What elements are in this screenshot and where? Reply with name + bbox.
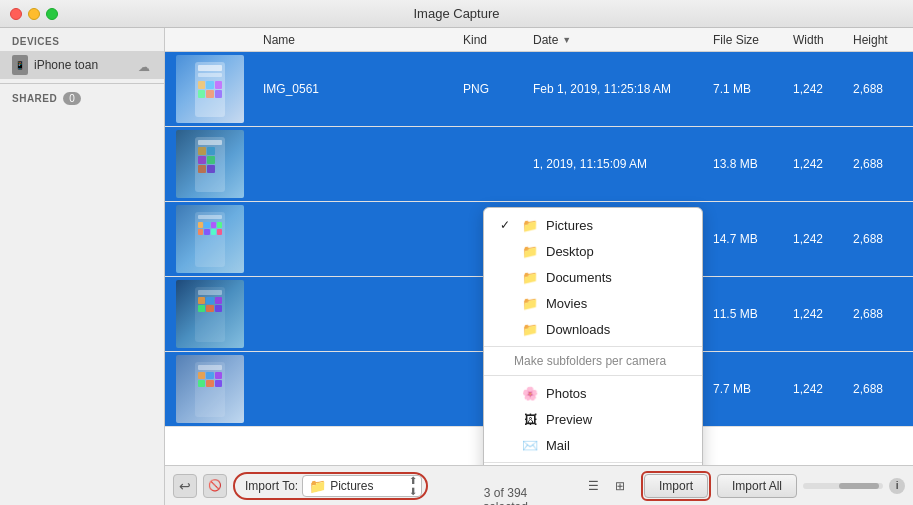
preview-icon: 🖼 xyxy=(522,411,538,427)
sidebar-divider xyxy=(0,83,164,84)
file-kind: PNG xyxy=(463,82,533,96)
menu-item-movies[interactable]: 📁 Movies xyxy=(484,290,702,316)
shared-badge: 0 xyxy=(63,92,81,105)
file-width: 1,242 xyxy=(793,382,853,396)
file-height: 2,688 xyxy=(853,382,913,396)
thumbnail xyxy=(176,205,244,273)
folder-icon: 📁 xyxy=(522,321,538,337)
window-title: Image Capture xyxy=(414,6,500,21)
dropdown-arrow: ⬆⬇ xyxy=(409,475,417,497)
menu-separator xyxy=(484,346,702,347)
scroll-track[interactable] xyxy=(803,483,883,489)
thumbnail-cell xyxy=(165,351,255,427)
file-date: 1, 2019, 11:15:09 AM xyxy=(533,157,713,171)
import-to-dropdown[interactable]: ✓ 📁 Pictures ✓ 📁 Desktop 📁 Documents 📁 xyxy=(483,207,703,465)
col-width-header[interactable]: Width xyxy=(793,33,853,47)
file-height: 2,688 xyxy=(853,157,913,171)
thumbnail-cell xyxy=(165,126,255,202)
sidebar-item-iphone[interactable]: 📱 iPhone toan ☁ xyxy=(0,51,164,79)
bottom-bar: ↩ 🚫 Import To: 📁 Pictures ⬆⬇ 3 of 394 se… xyxy=(165,465,913,505)
thumbnail xyxy=(176,280,244,348)
menu-item-mail[interactable]: ✉️ Mail xyxy=(484,432,702,458)
menu-item-pictures[interactable]: ✓ 📁 Pictures xyxy=(484,212,702,238)
menu-item-desktop[interactable]: ✓ 📁 Desktop xyxy=(484,238,702,264)
file-width: 1,242 xyxy=(793,232,853,246)
menu-item-label: Photos xyxy=(546,386,586,401)
menu-item-label: Documents xyxy=(546,270,612,285)
thumbnail-cell xyxy=(165,52,255,127)
file-list: IMG_0561 PNG Feb 1, 2019, 11:25:18 AM 7.… xyxy=(165,52,913,465)
menu-item-photos[interactable]: 🌸 Photos xyxy=(484,380,702,406)
zoom-button[interactable] xyxy=(46,8,58,20)
import-button-highlight: Import xyxy=(641,471,711,501)
menu-item-label: Desktop xyxy=(546,244,594,259)
main-content: Name Kind Date ▼ File Size Width Height xyxy=(165,28,913,505)
devices-section-header: DEVICES xyxy=(0,28,164,51)
list-view-button[interactable]: ☰ xyxy=(583,477,605,495)
app-body: DEVICES 📱 iPhone toan ☁ SHARED 0 Name Ki… xyxy=(0,28,913,505)
thumbnail xyxy=(176,55,244,123)
file-width: 1,242 xyxy=(793,307,853,321)
check-mark: ✓ xyxy=(500,218,514,232)
date-sort-arrow: ▼ xyxy=(562,35,571,45)
menu-item-label: Pictures xyxy=(546,218,593,233)
file-height: 2,688 xyxy=(853,232,913,246)
import-buttons: Import Import All xyxy=(641,471,797,501)
close-button[interactable] xyxy=(10,8,22,20)
folder-icon: 📁 xyxy=(309,478,326,494)
col-name-header[interactable]: Name xyxy=(255,33,463,47)
file-name: IMG_0561 xyxy=(255,82,463,96)
file-date: Feb 1, 2019, 11:25:18 AM xyxy=(533,82,713,96)
import-to-control[interactable]: 📁 Pictures ⬆⬇ xyxy=(302,475,422,497)
menu-separator xyxy=(484,375,702,376)
delete-button[interactable]: 🚫 xyxy=(203,474,227,498)
info-button[interactable]: i xyxy=(889,478,905,494)
folder-icon: 📁 xyxy=(522,217,538,233)
grid-view-button[interactable]: ⊞ xyxy=(609,477,631,495)
menu-item-documents[interactable]: 📁 Documents xyxy=(484,264,702,290)
subfolder-label: Make subfolders per camera xyxy=(484,351,702,371)
import-all-button[interactable]: Import All xyxy=(717,474,797,498)
device-name: iPhone toan xyxy=(34,58,132,72)
thumbnail-cell xyxy=(165,201,255,277)
shared-section: SHARED 0 xyxy=(0,88,164,109)
menu-item-label: Downloads xyxy=(546,322,610,337)
thumbnail xyxy=(176,130,244,198)
column-headers: Name Kind Date ▼ File Size Width Height xyxy=(165,28,913,52)
rotate-left-button[interactable]: ↩ xyxy=(173,474,197,498)
scroll-thumb[interactable] xyxy=(839,483,879,489)
menu-item-label: Preview xyxy=(546,412,592,427)
file-size: 14.7 MB xyxy=(713,232,793,246)
import-to-value: Pictures xyxy=(330,479,373,493)
import-to-label: Import To: xyxy=(245,479,298,493)
thumbnail xyxy=(176,355,244,423)
file-size: 13.8 MB xyxy=(713,157,793,171)
table-row[interactable]: 1, 2019, 11:15:09 AM 13.8 MB 1,242 2,688 xyxy=(165,127,913,202)
col-kind-header[interactable]: Kind xyxy=(463,33,533,47)
thumbnail-cell xyxy=(165,276,255,352)
col-filesize-header[interactable]: File Size xyxy=(713,33,793,47)
minimize-button[interactable] xyxy=(28,8,40,20)
title-bar: Image Capture xyxy=(0,0,913,28)
traffic-lights[interactable] xyxy=(10,8,58,20)
menu-separator xyxy=(484,462,702,463)
table-row[interactable]: IMG_0561 PNG Feb 1, 2019, 11:25:18 AM 7.… xyxy=(165,52,913,127)
col-date-header[interactable]: Date ▼ xyxy=(533,33,713,47)
import-button[interactable]: Import xyxy=(644,474,708,498)
count-label: 3 of 394 selected xyxy=(470,486,541,506)
folder-icon: 📁 xyxy=(522,295,538,311)
photos-icon: 🌸 xyxy=(522,385,538,401)
cloud-icon: ☁ xyxy=(138,60,152,70)
import-to-wrapper: Import To: 📁 Pictures ⬆⬇ xyxy=(233,472,428,500)
sidebar: DEVICES 📱 iPhone toan ☁ SHARED 0 xyxy=(0,28,165,505)
scroll-bar xyxy=(803,483,883,489)
file-height: 2,688 xyxy=(853,307,913,321)
folder-icon: 📁 xyxy=(522,269,538,285)
file-size: 7.7 MB xyxy=(713,382,793,396)
menu-item-preview[interactable]: 🖼 Preview xyxy=(484,406,702,432)
mail-icon: ✉️ xyxy=(522,437,538,453)
view-controls: ☰ ⊞ xyxy=(583,477,631,495)
menu-item-downloads[interactable]: 📁 Downloads xyxy=(484,316,702,342)
device-icon: 📱 xyxy=(12,55,28,75)
col-height-header[interactable]: Height xyxy=(853,33,913,47)
